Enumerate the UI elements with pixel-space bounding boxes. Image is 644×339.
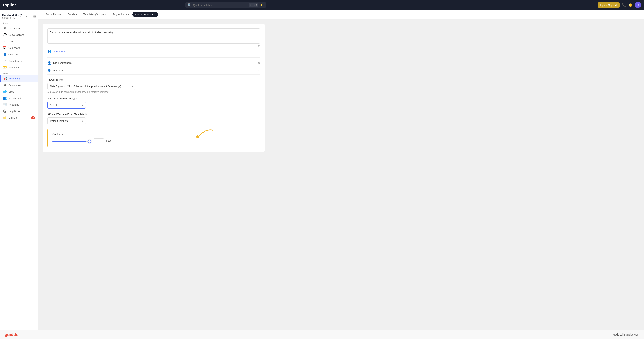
email-template-label: Affiliate Welcome Email Template ⓘ: [48, 112, 260, 116]
sidebar-item-tasks[interactable]: ☑ Tasks: [0, 38, 38, 45]
affiliate-name: Arya Stark: [53, 69, 65, 72]
workspace-name: Dunder Mifflin [D...: [2, 14, 24, 17]
workspace-header[interactable]: Dunder Mifflin [D... Scranton, PA ▾ ⊟: [0, 12, 38, 21]
sidebar-item-marketing[interactable]: 📢 Marketing: [0, 75, 38, 82]
sidebar-item-helpdesk[interactable]: 🎧 Help Desk: [0, 108, 38, 114]
topnav-right: topline Support 📞 🔔 U: [598, 2, 641, 8]
tab-social-planner[interactable]: Social Planner: [43, 11, 64, 18]
chevron-down-icon: ▾: [154, 13, 156, 16]
phone-icon[interactable]: 📞: [622, 3, 626, 7]
tasks-icon: ☑: [3, 40, 6, 43]
sidebar-item-calendars[interactable]: 📅 Calendars: [0, 45, 38, 51]
commission-type-select[interactable]: Select ▾: [48, 102, 86, 109]
sidebar-item-mailfold[interactable]: 📁 Mailfold 28: [0, 114, 38, 121]
mailfold-icon: 📁: [3, 116, 6, 119]
sidebar: Dunder Mifflin [D... Scranton, PA ▾ ⊟ Ap…: [0, 10, 38, 339]
tab-emails[interactable]: Emails ▾: [65, 11, 80, 18]
sidebar-item-label: Automation: [8, 84, 21, 87]
main-content: This is an example of an affiliate campa…: [38, 19, 644, 339]
user-avatar[interactable]: U: [635, 2, 641, 8]
sidebar-item-label: Sites: [8, 90, 14, 93]
affiliate-name: Mia Thermopolis: [53, 62, 72, 64]
sidebar-item-automation[interactable]: ⚙ Automation: [0, 82, 38, 88]
tab-label: Affiliate Manager: [135, 13, 154, 16]
sidebar-item-label: Opportunities: [8, 60, 23, 63]
payout-terms-select[interactable]: Net-15 (pay on 15th of the month the pre…: [48, 83, 136, 90]
sidebar-item-contacts[interactable]: 👤 Contacts: [0, 51, 38, 58]
sidebar-item-label: Contacts: [8, 53, 18, 56]
sidebar-item-payments[interactable]: 💳 Payments: [0, 64, 38, 71]
email-template-value: Default Template: [50, 120, 68, 122]
tab-trigger-links[interactable]: Trigger Links ▾: [110, 11, 132, 18]
chevron-down-icon: ▾: [132, 85, 133, 88]
chevron-down-icon: ▾: [82, 104, 83, 107]
sidebar-item-label: Help Desk: [8, 110, 20, 113]
tab-label: Social Planner: [46, 13, 62, 16]
person-icon: 👤: [48, 61, 51, 65]
sidebar-item-dashboard[interactable]: ⊞ Dashboard: [0, 25, 38, 32]
search-bar[interactable]: 🔍 Ctrl + K ⚡: [186, 2, 266, 8]
secondary-navigation: Social Planner Emails ▾ Templates (Snipp…: [38, 10, 644, 19]
affiliate-row: 👤 Arya Stark ✕: [48, 67, 260, 75]
contacts-icon: 👤: [3, 53, 6, 56]
sidebar-item-label: Tasks: [8, 40, 15, 43]
guidde-tagline: Made with guidde.com: [612, 333, 640, 336]
conversations-icon: 💬: [3, 33, 6, 37]
required-indicator: *: [63, 78, 64, 81]
svg-marker-0: [196, 135, 199, 139]
dashboard-icon: ⊞: [3, 27, 6, 30]
email-template-select[interactable]: Default Template ▾: [48, 117, 86, 125]
calendars-icon: 📅: [3, 46, 6, 50]
sidebar-item-memberships[interactable]: 👥 Memberships: [0, 95, 38, 101]
search-input[interactable]: [193, 4, 247, 7]
cookie-life-controls: 365 days: [52, 138, 111, 143]
person-icon: 👤: [48, 69, 51, 72]
cookie-life-section: Cookie life 365 days: [48, 129, 116, 147]
add-affiliate-button[interactable]: 👥 Add Affiliate: [48, 47, 260, 56]
top-navigation: topline 🔍 Ctrl + K ⚡ topline Support 📞 🔔…: [0, 0, 644, 10]
support-button[interactable]: topline Support: [598, 3, 620, 8]
tab-affiliate-manager[interactable]: Affiliate Manager ▾: [132, 12, 158, 17]
payout-terms-value: Net-15 (pay on 15th of the month the pre…: [50, 85, 121, 88]
tab-templates[interactable]: Templates (Snippets): [80, 11, 109, 18]
info-icon[interactable]: ⓘ: [85, 112, 88, 116]
workspace-chevron-icon: ▾: [26, 15, 27, 18]
tab-label: Trigger Links: [113, 13, 127, 16]
marketing-icon: 📢: [4, 77, 7, 80]
sidebar-item-sites[interactable]: 🌐 Sites: [0, 88, 38, 95]
sidebar-item-label: Calendars: [8, 47, 20, 50]
chevron-down-icon: ▾: [76, 13, 77, 16]
sidebar-item-label: Memberships: [8, 97, 23, 100]
tools-section-label: Tools: [0, 71, 38, 75]
sidebar-collapse-button[interactable]: ⊟: [33, 15, 36, 18]
search-shortcut: Ctrl + K: [249, 4, 258, 7]
cookie-life-slider[interactable]: [52, 141, 91, 142]
main-layout: Dunder Mifflin [D... Scranton, PA ▾ ⊟ Ap…: [0, 10, 644, 339]
remove-affiliate-button[interactable]: ✕: [258, 61, 260, 65]
arrow-annotation: [186, 126, 216, 143]
bell-icon[interactable]: 🔔: [628, 3, 632, 7]
sidebar-item-reporting[interactable]: 📊 Reporting: [0, 101, 38, 108]
reporting-icon: 📊: [3, 103, 6, 106]
payout-hint: ◎ (Pay on 15th of next month for previou…: [48, 91, 260, 93]
mailfold-badge: 28: [31, 116, 35, 119]
payout-terms-label: Payout Terms *: [48, 78, 260, 81]
tab-label: Templates (Snippets): [83, 13, 106, 16]
add-affiliate-label: Add Affiliate: [53, 50, 66, 53]
commission-type-label: 2nd Tier Commission Type: [48, 97, 260, 100]
opportunities-icon: ◎: [3, 59, 6, 63]
sidebar-item-label: Reporting: [8, 103, 19, 106]
sidebar-item-label: Dashboard: [8, 27, 21, 30]
campaign-description-input[interactable]: This is an example of an affiliate campa…: [48, 28, 260, 44]
payments-icon: 💳: [3, 66, 6, 69]
sidebar-item-conversations[interactable]: 💬 Conversations: [0, 32, 38, 38]
add-affiliate-icon: 👥: [48, 50, 52, 54]
sidebar-item-opportunities[interactable]: ◎ Opportunities: [0, 58, 38, 64]
sidebar-item-label: Mailfold: [8, 116, 17, 119]
cookie-days-unit: days: [106, 139, 111, 142]
affiliate-row: 👤 Mia Thermopolis ✕: [48, 59, 260, 67]
cookie-days-input[interactable]: 365: [94, 138, 104, 143]
remove-affiliate-button[interactable]: ✕: [258, 69, 260, 72]
location-icon: ◎: [48, 91, 49, 93]
memberships-icon: 👥: [3, 96, 6, 100]
